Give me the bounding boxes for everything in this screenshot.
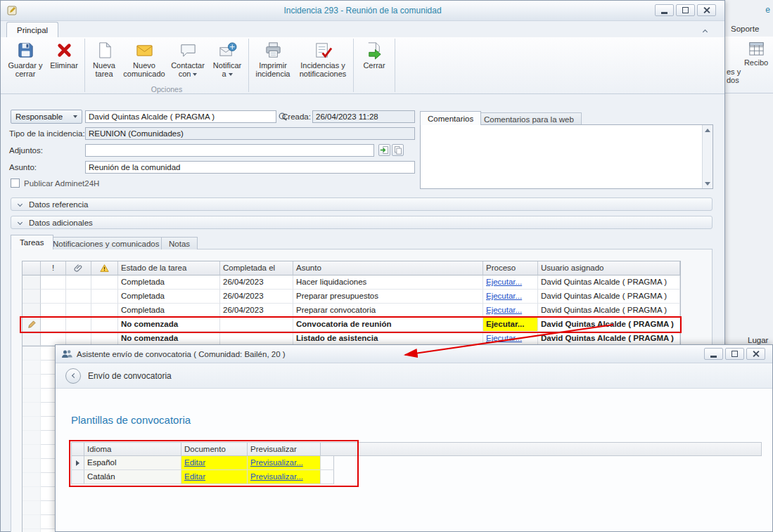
tipo-incidencia-field[interactable] xyxy=(85,127,415,140)
back-button[interactable] xyxy=(65,368,81,384)
dialog-maximize-button[interactable] xyxy=(725,348,744,360)
maximize-icon xyxy=(682,7,689,13)
imprimir-incidencia-button[interactable]: Imprimir incidencia xyxy=(251,39,295,85)
button-label: Guardar y cerrar xyxy=(8,61,43,78)
task-row[interactable]: Completada 26/04/2023 Preparar convocato… xyxy=(23,304,680,318)
previsualizar-link[interactable]: Previsualizar... xyxy=(250,458,303,467)
col-asunto-header[interactable]: Asunto xyxy=(293,261,483,275)
close-icon xyxy=(752,350,760,358)
chevron-down-icon xyxy=(18,220,23,225)
plantilla-row-selected[interactable]: Español Editar Previsualizar... xyxy=(71,456,334,470)
usuario-cell: David Quintas Alcalde ( PRAGMA ) xyxy=(538,275,680,290)
partial-label-line2: dos xyxy=(727,76,741,84)
warning-icon xyxy=(100,264,109,273)
nueva-tarea-button[interactable]: Nueva tarea xyxy=(87,39,121,85)
section-datos-adicionales[interactable]: Datos adicionales xyxy=(11,216,713,229)
minimize-button[interactable] xyxy=(655,4,674,16)
responsable-field[interactable] xyxy=(85,110,276,123)
col-estado-header[interactable]: Estado de la tarea xyxy=(118,261,220,275)
dialog-minimize-button[interactable] xyxy=(704,348,723,360)
col-attachment-header[interactable] xyxy=(66,261,91,275)
creada-field[interactable] xyxy=(312,110,415,123)
tab-soporte[interactable]: Soporte xyxy=(731,25,759,33)
asunto-cell: Listado de asistencia xyxy=(293,332,483,346)
close-icon xyxy=(703,6,710,14)
comments-textarea[interactable] xyxy=(422,126,700,187)
button-label: Incidencias y notificaciones xyxy=(298,61,348,78)
col-proceso-header[interactable]: Proceso xyxy=(483,261,538,275)
ejecutar-link[interactable]: Ejecutar... xyxy=(486,334,522,342)
row-indicator[interactable] xyxy=(23,275,41,290)
editar-link[interactable]: Editar xyxy=(184,472,205,481)
guardar-y-cerrar-button[interactable]: Guardar y cerrar xyxy=(5,39,46,85)
ejecutar-link[interactable]: Ejecutar... xyxy=(486,292,522,300)
plantilla-row[interactable]: Catalán Editar Previsualizar... xyxy=(71,470,334,484)
ejecutar-link[interactable]: Ejecutar... xyxy=(486,278,522,286)
screen: e Soporte es y dos Recibo Lugar Incidenc… xyxy=(0,0,773,532)
notificar-a-button[interactable]: Notificar a xyxy=(208,39,246,85)
ejecutar-link[interactable]: Ejecutar... xyxy=(486,306,522,314)
tab-notas[interactable]: Notas xyxy=(161,237,198,249)
col-idioma-header[interactable]: Idioma xyxy=(84,443,181,455)
tasks-grid-header: ! Estado de la tarea Completada el Asunt… xyxy=(23,261,680,275)
estado-cell: Completada xyxy=(118,290,220,304)
estado-cell: Completada xyxy=(118,275,220,290)
row-indicator-header[interactable] xyxy=(72,443,84,455)
dialog-close-button[interactable] xyxy=(746,348,765,360)
ejecutar-link[interactable]: Ejecutar... xyxy=(486,320,524,328)
editar-link[interactable]: Editar xyxy=(184,458,205,467)
asunto-cell: Convocatoria de reunión xyxy=(293,318,483,332)
publicar-adminet-checkbox[interactable] xyxy=(11,179,20,188)
background-tabstrip: Soporte xyxy=(725,20,773,37)
responsable-dropdown-button[interactable]: Responsable xyxy=(11,110,82,124)
ribbon-separator xyxy=(248,39,249,92)
row-indicator[interactable] xyxy=(72,456,84,469)
close-button[interactable] xyxy=(697,4,716,16)
tab-principal[interactable]: Principal xyxy=(6,22,58,37)
row-indicator[interactable] xyxy=(72,470,84,484)
row-indicator[interactable] xyxy=(23,332,41,346)
section-datos-referencia[interactable]: Datos referencia xyxy=(11,197,713,211)
plantillas-table-header: Idioma Documento Previsualizar xyxy=(71,442,762,456)
task-row[interactable]: No comenzada Listado de asistencia Ejecu… xyxy=(23,332,680,346)
tab-tareas[interactable]: Tareas xyxy=(11,235,53,249)
delete-x-icon xyxy=(55,41,74,60)
cerrar-button[interactable]: Cerrar xyxy=(356,39,392,85)
button-label: Nuevo comunicado xyxy=(123,61,165,78)
task-row[interactable]: Completada 26/04/2023 Preparar presupues… xyxy=(23,290,680,304)
dialog-banner: Envío de convocatoria xyxy=(56,363,772,389)
previsualizar-link[interactable]: Previsualizar... xyxy=(250,472,303,481)
col-documento-header[interactable]: Documento xyxy=(181,443,248,455)
scroll-up-button[interactable] xyxy=(703,125,713,135)
recibo-button[interactable]: Recibo xyxy=(741,38,772,90)
comments-scrollbar[interactable] xyxy=(702,125,713,188)
col-warning-header[interactable] xyxy=(91,261,118,275)
col-previsualizar-header[interactable]: Previsualizar xyxy=(248,443,321,455)
col-completada-header[interactable]: Completada el xyxy=(220,261,293,275)
task-row[interactable]: Completada 26/04/2023 Hacer liquidacione… xyxy=(23,275,680,290)
usuario-cell: David Quintas Alcalde ( PRAGMA ) xyxy=(538,332,680,346)
tab-notificaciones-y-comunicados[interactable]: Notificaciones y comunicados xyxy=(45,237,167,249)
dialog-titlebar: Asistente envío de convocatoria ( Comuni… xyxy=(56,345,772,363)
copy-attachment-button[interactable] xyxy=(392,144,404,156)
new-document-icon xyxy=(95,41,114,60)
row-indicator-editing[interactable] xyxy=(23,318,41,332)
contactar-con-button[interactable]: Contactar con xyxy=(167,39,208,85)
col-usuario-header[interactable]: Usuario asignado xyxy=(538,261,680,275)
nuevo-comunicado-button[interactable]: Nuevo comunicado xyxy=(121,39,167,85)
row-indicator[interactable] xyxy=(23,290,41,304)
asunto-field[interactable] xyxy=(85,161,415,174)
tab-comentarios-web[interactable]: Comentarios para la web xyxy=(476,112,582,125)
tab-comentarios[interactable]: Comentarios xyxy=(420,111,481,125)
add-attachment-button[interactable] xyxy=(378,144,390,156)
row-indicator-header[interactable] xyxy=(23,261,41,275)
adjuntos-field[interactable] xyxy=(85,144,374,157)
row-indicator[interactable] xyxy=(23,304,41,318)
scroll-down-button[interactable] xyxy=(703,179,713,188)
col-priority-header[interactable]: ! xyxy=(41,261,66,275)
incidencias-y-notificaciones-button[interactable]: Incidencias y notificaciones xyxy=(295,39,351,85)
eliminar-button[interactable]: Eliminar xyxy=(46,39,82,85)
collapse-ribbon-button[interactable] xyxy=(699,25,710,35)
maximize-button[interactable] xyxy=(676,4,695,16)
task-row-selected[interactable]: No comenzada Convocatoria de reunión Eje… xyxy=(23,318,680,332)
